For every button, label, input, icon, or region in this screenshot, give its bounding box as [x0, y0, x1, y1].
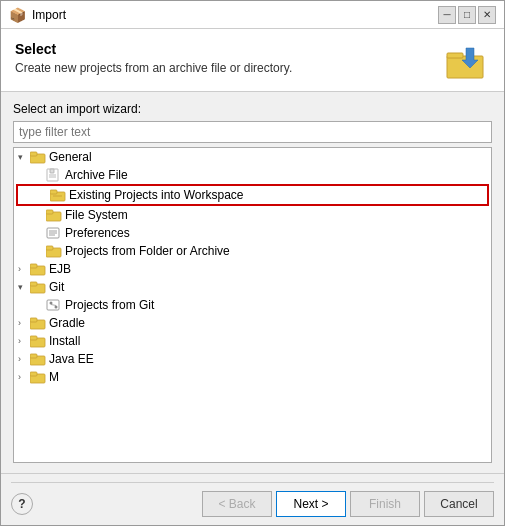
svg-rect-13 — [46, 210, 53, 214]
finish-button[interactable]: Finish — [350, 491, 420, 517]
footer: ? < Back Next > Finish Cancel — [1, 473, 504, 525]
icon-preferences — [46, 226, 62, 240]
header-text: Select Create new projects from an archi… — [15, 41, 292, 75]
tree-label-projects-folder: Projects from Folder or Archive — [65, 244, 230, 258]
tree-label-archive-file: Archive File — [65, 168, 128, 182]
svg-rect-10 — [50, 190, 57, 194]
svg-rect-31 — [30, 336, 37, 340]
tree-item-projects-from-git[interactable]: Projects from Git — [14, 296, 491, 314]
folder-icon-git — [30, 280, 46, 294]
footer-divider — [11, 482, 494, 483]
tree-label-git: Git — [49, 280, 64, 294]
folder-icon-general — [30, 150, 46, 164]
expand-arrow-git: ▾ — [18, 282, 30, 292]
file-icon-archive — [46, 168, 62, 182]
tree-item-projects-folder[interactable]: Projects from Folder or Archive — [14, 242, 491, 260]
svg-point-25 — [50, 302, 53, 305]
close-button[interactable]: ✕ — [478, 6, 496, 24]
svg-rect-29 — [30, 318, 37, 322]
tree-label-m: M — [49, 370, 59, 384]
back-button[interactable]: < Back — [202, 491, 272, 517]
header-icon-area — [442, 41, 490, 81]
folder-icon-existing — [50, 188, 66, 202]
tree-label-projects-from-git: Projects from Git — [65, 298, 154, 312]
footer-left: ? — [11, 493, 33, 515]
footer-buttons: ? < Back Next > Finish Cancel — [11, 491, 494, 517]
tree-item-archive-file[interactable]: Archive File — [14, 166, 491, 184]
tree-label-general: General — [49, 150, 92, 164]
next-button[interactable]: Next > — [276, 491, 346, 517]
expand-arrow-install: › — [18, 336, 30, 346]
tree-container[interactable]: ▾ General Archive File — [13, 147, 492, 463]
help-button[interactable]: ? — [11, 493, 33, 515]
svg-rect-1 — [447, 53, 463, 58]
tree-item-file-system[interactable]: File System — [14, 206, 491, 224]
title-bar: 📦 Import ─ □ ✕ — [1, 1, 504, 29]
maximize-button[interactable]: □ — [458, 6, 476, 24]
svg-rect-21 — [30, 264, 37, 268]
tree-item-m[interactable]: › M — [14, 368, 491, 386]
tree-label-preferences: Preferences — [65, 226, 130, 240]
svg-rect-6 — [50, 169, 54, 173]
svg-point-26 — [55, 306, 58, 309]
cancel-button[interactable]: Cancel — [424, 491, 494, 517]
svg-rect-19 — [46, 246, 53, 250]
import-icon — [445, 42, 487, 80]
folder-icon-ejb — [30, 262, 46, 276]
folder-icon-gradle — [30, 316, 46, 330]
tree-item-preferences[interactable]: Preferences — [14, 224, 491, 242]
dialog-description: Create new projects from an archive file… — [15, 61, 292, 75]
icon-projects-from-git — [46, 298, 62, 312]
svg-rect-33 — [30, 354, 37, 358]
tree-item-general[interactable]: ▾ General — [14, 148, 491, 166]
svg-rect-35 — [30, 372, 37, 376]
content-area: Select an import wizard: ▾ General — [1, 92, 504, 473]
minimize-button[interactable]: ─ — [438, 6, 456, 24]
svg-rect-23 — [30, 282, 37, 286]
expand-arrow-ejb: › — [18, 264, 30, 274]
filter-input[interactable] — [13, 121, 492, 143]
folder-icon-m — [30, 370, 46, 384]
tree-item-ejb[interactable]: › EJB — [14, 260, 491, 278]
header-section: Select Create new projects from an archi… — [1, 29, 504, 92]
import-dialog: 📦 Import ─ □ ✕ Select Create new project… — [0, 0, 505, 526]
wizard-label: Select an import wizard: — [13, 102, 492, 116]
tree-label-install: Install — [49, 334, 80, 348]
dialog-title: Select — [15, 41, 292, 57]
footer-right: < Back Next > Finish Cancel — [202, 491, 494, 517]
svg-rect-4 — [30, 152, 37, 156]
expand-arrow-gradle: › — [18, 318, 30, 328]
folder-icon-install — [30, 334, 46, 348]
expand-arrow-java-ee: › — [18, 354, 30, 364]
folder-icon-java-ee — [30, 352, 46, 366]
tree-item-install[interactable]: › Install — [14, 332, 491, 350]
tree-label-existing-projects: Existing Projects into Workspace — [69, 188, 244, 202]
tree-item-gradle[interactable]: › Gradle — [14, 314, 491, 332]
tree-item-git[interactable]: ▾ Git — [14, 278, 491, 296]
tree-label-ejb: EJB — [49, 262, 71, 276]
title-bar-left: 📦 Import — [9, 7, 66, 23]
tree-label-gradle: Gradle — [49, 316, 85, 330]
tree-label-file-system: File System — [65, 208, 128, 222]
window-icon: 📦 — [9, 7, 26, 23]
tree-item-existing-projects[interactable]: Existing Projects into Workspace — [16, 184, 489, 206]
window-title: Import — [32, 8, 66, 22]
tree-item-java-ee[interactable]: › Java EE — [14, 350, 491, 368]
window-controls: ─ □ ✕ — [438, 6, 496, 24]
folder-icon-projects-folder — [46, 244, 62, 258]
svg-rect-0 — [447, 56, 483, 78]
expand-arrow-general: ▾ — [18, 152, 30, 162]
folder-icon-fs — [46, 208, 62, 222]
expand-arrow-m: › — [18, 372, 30, 382]
tree-label-java-ee: Java EE — [49, 352, 94, 366]
